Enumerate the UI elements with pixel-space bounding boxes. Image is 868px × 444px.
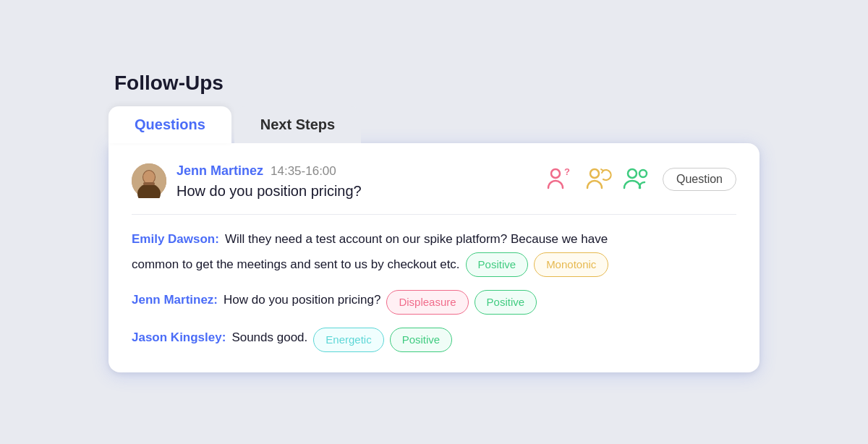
tag-positive-jenn: Positive [475, 290, 537, 315]
main-container: Follow-Ups Questions Next Steps [109, 72, 760, 372]
jason-line: Jason Kingsley: Sounds good. Energetic P… [132, 328, 736, 352]
tag-energetic-jason: Energetic [313, 328, 383, 352]
question-speaker: Jenn Martinez [176, 163, 263, 179]
jenn-speaker: Jenn Martinez: [132, 290, 218, 309]
emily-speaker: Emily Dawson: [132, 229, 219, 249]
svg-point-9 [639, 170, 647, 177]
question-header: Jenn Martinez 14:35-16:00 How do you pos… [132, 163, 736, 200]
page-title: Follow-Ups [109, 72, 760, 95]
transcript-section: Emily Dawson: Will they need a test acco… [132, 229, 736, 351]
svg-point-3 [143, 171, 155, 184]
emily-text-line2: common to get the meetings and sent to u… [132, 255, 460, 274]
question-badge[interactable]: Question [663, 168, 736, 191]
question-meta: Jenn Martinez 14:35-16:00 How do you pos… [176, 163, 362, 200]
avatar [132, 163, 166, 198]
tag-monotonic-emily: Monotonic [534, 252, 608, 277]
jason-speaker: Jason Kingsley: [132, 328, 226, 347]
svg-point-5 [551, 169, 560, 178]
tag-displeasure-jenn: Displeasure [386, 290, 468, 315]
jason-tags: Energetic Positive [313, 328, 452, 352]
jenn-tags: Displeasure Positive [386, 290, 537, 315]
question-text: How do you position pricing? [176, 183, 362, 200]
tag-positive-emily: Positive [466, 252, 529, 277]
emily-text-line1: Will they need a test account on our spi… [225, 229, 608, 249]
person-question-icon: ? [542, 163, 574, 195]
emily-line1: Emily Dawson: Will they need a test acco… [132, 229, 736, 249]
question-header-right: ? [542, 163, 736, 195]
divider [132, 214, 736, 215]
person-group-icon [621, 163, 652, 195]
svg-rect-4 [143, 182, 155, 185]
svg-point-8 [628, 169, 637, 178]
tab-next-steps[interactable]: Next Steps [234, 106, 361, 143]
person-refresh-icon [582, 163, 613, 195]
question-meta-top: Jenn Martinez 14:35-16:00 [176, 163, 362, 179]
question-time: 14:35-16:00 [271, 164, 336, 179]
tab-questions[interactable]: Questions [109, 106, 231, 143]
icon-group: ? [542, 163, 652, 195]
main-card: Jenn Martinez 14:35-16:00 How do you pos… [109, 143, 760, 372]
tag-positive-jason: Positive [390, 328, 453, 352]
emily-content: Emily Dawson: Will they need a test acco… [132, 229, 736, 276]
svg-point-7 [590, 169, 599, 178]
transcript-line: Emily Dawson: Will they need a test acco… [132, 229, 736, 276]
jason-text: Sounds good. [231, 328, 307, 347]
question-header-left: Jenn Martinez 14:35-16:00 How do you pos… [132, 163, 362, 200]
svg-text:?: ? [564, 166, 570, 177]
emily-tags: Positive Monotonic [466, 252, 609, 277]
emily-line2: common to get the meetings and sent to u… [132, 252, 736, 277]
jenn-text: How do you position pricing? [224, 290, 380, 309]
tabs-area: Questions Next Steps [109, 106, 760, 143]
jenn-line: Jenn Martinez: How do you position prici… [132, 290, 736, 315]
